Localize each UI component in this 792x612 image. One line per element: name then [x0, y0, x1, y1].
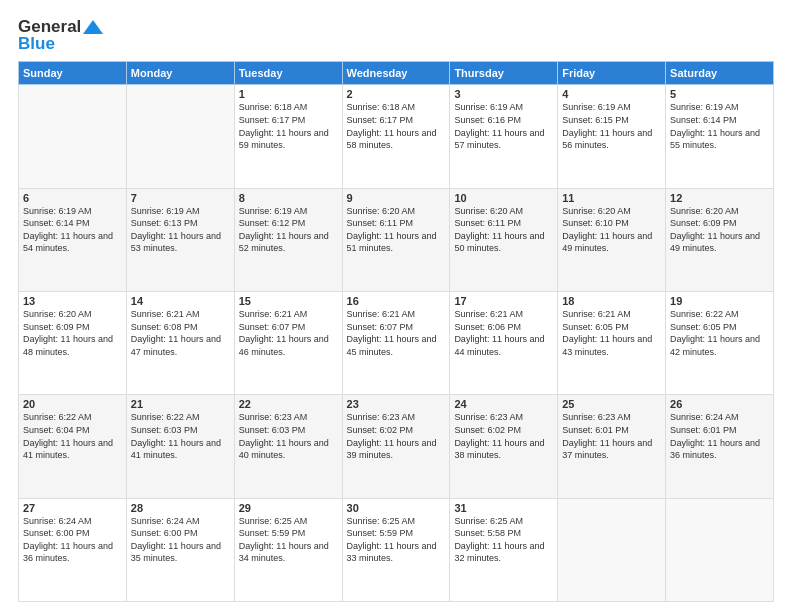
weekday-header-tuesday: Tuesday: [234, 62, 342, 85]
calendar-cell: 1Sunrise: 6:18 AMSunset: 6:17 PMDaylight…: [234, 85, 342, 188]
day-number: 12: [670, 192, 769, 204]
weekday-header-monday: Monday: [126, 62, 234, 85]
calendar-cell: 23Sunrise: 6:23 AMSunset: 6:02 PMDayligh…: [342, 395, 450, 498]
day-info: Sunrise: 6:18 AMSunset: 6:17 PMDaylight:…: [347, 101, 446, 151]
calendar-cell: 18Sunrise: 6:21 AMSunset: 6:05 PMDayligh…: [558, 292, 666, 395]
calendar-cell: [558, 498, 666, 601]
calendar-cell: [19, 85, 127, 188]
day-info: Sunrise: 6:25 AMSunset: 5:59 PMDaylight:…: [239, 515, 338, 565]
calendar-cell: 4Sunrise: 6:19 AMSunset: 6:15 PMDaylight…: [558, 85, 666, 188]
calendar-cell: 27Sunrise: 6:24 AMSunset: 6:00 PMDayligh…: [19, 498, 127, 601]
day-info: Sunrise: 6:23 AMSunset: 6:01 PMDaylight:…: [562, 411, 661, 461]
week-row-3: 20Sunrise: 6:22 AMSunset: 6:04 PMDayligh…: [19, 395, 774, 498]
calendar-cell: 6Sunrise: 6:19 AMSunset: 6:14 PMDaylight…: [19, 188, 127, 291]
day-number: 9: [347, 192, 446, 204]
calendar-cell: 3Sunrise: 6:19 AMSunset: 6:16 PMDaylight…: [450, 85, 558, 188]
calendar-cell: 2Sunrise: 6:18 AMSunset: 6:17 PMDaylight…: [342, 85, 450, 188]
day-info: Sunrise: 6:20 AMSunset: 6:10 PMDaylight:…: [562, 205, 661, 255]
calendar-cell: 10Sunrise: 6:20 AMSunset: 6:11 PMDayligh…: [450, 188, 558, 291]
day-number: 29: [239, 502, 338, 514]
day-info: Sunrise: 6:24 AMSunset: 6:01 PMDaylight:…: [670, 411, 769, 461]
day-info: Sunrise: 6:23 AMSunset: 6:02 PMDaylight:…: [454, 411, 553, 461]
day-info: Sunrise: 6:19 AMSunset: 6:13 PMDaylight:…: [131, 205, 230, 255]
day-number: 5: [670, 88, 769, 100]
day-info: Sunrise: 6:19 AMSunset: 6:14 PMDaylight:…: [670, 101, 769, 151]
day-info: Sunrise: 6:21 AMSunset: 6:07 PMDaylight:…: [239, 308, 338, 358]
calendar-cell: 9Sunrise: 6:20 AMSunset: 6:11 PMDaylight…: [342, 188, 450, 291]
logo: General Blue: [18, 18, 103, 53]
day-number: 14: [131, 295, 230, 307]
day-info: Sunrise: 6:25 AMSunset: 5:59 PMDaylight:…: [347, 515, 446, 565]
day-info: Sunrise: 6:23 AMSunset: 6:03 PMDaylight:…: [239, 411, 338, 461]
day-number: 23: [347, 398, 446, 410]
calendar-cell: 15Sunrise: 6:21 AMSunset: 6:07 PMDayligh…: [234, 292, 342, 395]
day-info: Sunrise: 6:22 AMSunset: 6:05 PMDaylight:…: [670, 308, 769, 358]
day-info: Sunrise: 6:20 AMSunset: 6:09 PMDaylight:…: [670, 205, 769, 255]
day-number: 31: [454, 502, 553, 514]
calendar-cell: 29Sunrise: 6:25 AMSunset: 5:59 PMDayligh…: [234, 498, 342, 601]
day-number: 20: [23, 398, 122, 410]
calendar-cell: 22Sunrise: 6:23 AMSunset: 6:03 PMDayligh…: [234, 395, 342, 498]
calendar-cell: 28Sunrise: 6:24 AMSunset: 6:00 PMDayligh…: [126, 498, 234, 601]
calendar-cell: 7Sunrise: 6:19 AMSunset: 6:13 PMDaylight…: [126, 188, 234, 291]
day-info: Sunrise: 6:20 AMSunset: 6:09 PMDaylight:…: [23, 308, 122, 358]
day-number: 1: [239, 88, 338, 100]
calendar-cell: 16Sunrise: 6:21 AMSunset: 6:07 PMDayligh…: [342, 292, 450, 395]
day-number: 24: [454, 398, 553, 410]
day-number: 21: [131, 398, 230, 410]
calendar-cell: 21Sunrise: 6:22 AMSunset: 6:03 PMDayligh…: [126, 395, 234, 498]
week-row-2: 13Sunrise: 6:20 AMSunset: 6:09 PMDayligh…: [19, 292, 774, 395]
weekday-header-thursday: Thursday: [450, 62, 558, 85]
day-info: Sunrise: 6:20 AMSunset: 6:11 PMDaylight:…: [347, 205, 446, 255]
day-number: 25: [562, 398, 661, 410]
day-info: Sunrise: 6:20 AMSunset: 6:11 PMDaylight:…: [454, 205, 553, 255]
day-info: Sunrise: 6:21 AMSunset: 6:05 PMDaylight:…: [562, 308, 661, 358]
logo-triangle-icon: [83, 19, 103, 35]
day-number: 22: [239, 398, 338, 410]
week-row-4: 27Sunrise: 6:24 AMSunset: 6:00 PMDayligh…: [19, 498, 774, 601]
calendar-cell: 26Sunrise: 6:24 AMSunset: 6:01 PMDayligh…: [666, 395, 774, 498]
calendar-cell: 19Sunrise: 6:22 AMSunset: 6:05 PMDayligh…: [666, 292, 774, 395]
calendar-cell: [126, 85, 234, 188]
calendar-cell: 31Sunrise: 6:25 AMSunset: 5:58 PMDayligh…: [450, 498, 558, 601]
calendar-cell: 17Sunrise: 6:21 AMSunset: 6:06 PMDayligh…: [450, 292, 558, 395]
day-info: Sunrise: 6:22 AMSunset: 6:04 PMDaylight:…: [23, 411, 122, 461]
day-number: 17: [454, 295, 553, 307]
calendar-cell: 5Sunrise: 6:19 AMSunset: 6:14 PMDaylight…: [666, 85, 774, 188]
weekday-header-saturday: Saturday: [666, 62, 774, 85]
header: General Blue: [18, 18, 774, 53]
page: General Blue SundayMondayTuesdayWednesda…: [0, 0, 792, 612]
calendar-cell: [666, 498, 774, 601]
day-number: 19: [670, 295, 769, 307]
day-info: Sunrise: 6:18 AMSunset: 6:17 PMDaylight:…: [239, 101, 338, 151]
calendar-cell: 25Sunrise: 6:23 AMSunset: 6:01 PMDayligh…: [558, 395, 666, 498]
day-number: 10: [454, 192, 553, 204]
day-number: 26: [670, 398, 769, 410]
day-number: 11: [562, 192, 661, 204]
day-number: 8: [239, 192, 338, 204]
weekday-header-wednesday: Wednesday: [342, 62, 450, 85]
day-number: 15: [239, 295, 338, 307]
day-info: Sunrise: 6:23 AMSunset: 6:02 PMDaylight:…: [347, 411, 446, 461]
day-number: 16: [347, 295, 446, 307]
calendar-cell: 24Sunrise: 6:23 AMSunset: 6:02 PMDayligh…: [450, 395, 558, 498]
weekday-header-row: SundayMondayTuesdayWednesdayThursdayFrid…: [19, 62, 774, 85]
svg-marker-0: [83, 20, 103, 34]
day-info: Sunrise: 6:22 AMSunset: 6:03 PMDaylight:…: [131, 411, 230, 461]
day-info: Sunrise: 6:19 AMSunset: 6:14 PMDaylight:…: [23, 205, 122, 255]
day-info: Sunrise: 6:21 AMSunset: 6:07 PMDaylight:…: [347, 308, 446, 358]
day-number: 4: [562, 88, 661, 100]
day-number: 7: [131, 192, 230, 204]
day-info: Sunrise: 6:24 AMSunset: 6:00 PMDaylight:…: [23, 515, 122, 565]
week-row-1: 6Sunrise: 6:19 AMSunset: 6:14 PMDaylight…: [19, 188, 774, 291]
day-number: 30: [347, 502, 446, 514]
day-number: 18: [562, 295, 661, 307]
day-info: Sunrise: 6:21 AMSunset: 6:06 PMDaylight:…: [454, 308, 553, 358]
day-number: 27: [23, 502, 122, 514]
day-number: 28: [131, 502, 230, 514]
day-info: Sunrise: 6:19 AMSunset: 6:12 PMDaylight:…: [239, 205, 338, 255]
calendar-cell: 12Sunrise: 6:20 AMSunset: 6:09 PMDayligh…: [666, 188, 774, 291]
calendar-cell: 13Sunrise: 6:20 AMSunset: 6:09 PMDayligh…: [19, 292, 127, 395]
day-info: Sunrise: 6:24 AMSunset: 6:00 PMDaylight:…: [131, 515, 230, 565]
calendar-cell: 30Sunrise: 6:25 AMSunset: 5:59 PMDayligh…: [342, 498, 450, 601]
